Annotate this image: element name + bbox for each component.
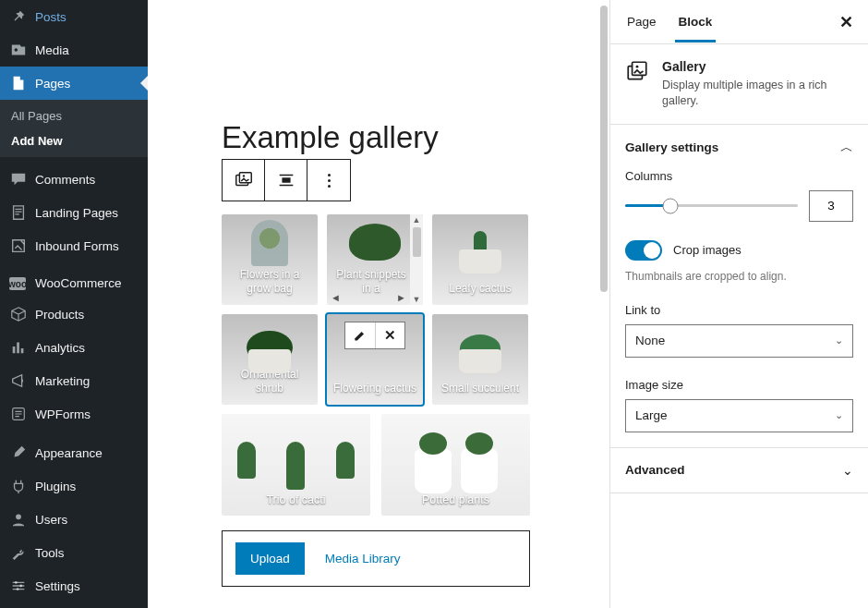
scroll-down-icon[interactable]: ▼ — [413, 294, 421, 305]
menu-marketing[interactable]: Marketing — [0, 364, 148, 397]
submenu-pages: All Pages Add New — [0, 100, 148, 157]
menu-settings[interactable]: Settings — [0, 569, 148, 602]
gallery-item[interactable]: Leafy cactus — [432, 214, 528, 305]
reorder-arrows: ◄ ► — [327, 292, 410, 303]
form-icon — [9, 237, 28, 255]
svg-rect-6 — [239, 173, 251, 183]
advanced-toggle[interactable]: Advanced ⌄ — [625, 463, 853, 478]
box-icon — [9, 305, 28, 323]
menu-wpforms[interactable]: WPForms — [0, 397, 148, 431]
pot-graphic — [459, 249, 501, 274]
brush-icon — [9, 444, 28, 462]
gallery-block-icon — [625, 59, 649, 83]
toolbar-more[interactable] — [307, 160, 350, 201]
menu-label: Tools — [35, 546, 65, 560]
woo-icon: woo — [9, 277, 26, 290]
gallery-caption: Flowers in a grow bag — [222, 262, 318, 305]
pencil-icon — [353, 328, 368, 343]
gallery-item[interactable]: ▲ ▼ ◄ ► Plant snippets in a — [327, 214, 423, 305]
menu-label: Plugins — [35, 480, 76, 493]
image-size-label: Image size — [625, 378, 853, 392]
columns-label: Columns — [625, 169, 853, 183]
editor-area: Example gallery Flowers in a grow bag — [148, 0, 868, 608]
chevron-down-icon: ⌄ — [835, 334, 843, 347]
toolbar-block-type[interactable] — [223, 160, 265, 201]
gallery-item[interactable]: Small succulent — [432, 314, 528, 405]
gallery-caption: Flowering cactus — [327, 376, 423, 405]
upload-button[interactable]: Upload — [235, 542, 305, 575]
menu-comments[interactable]: Comments — [0, 163, 148, 196]
block-description: Gallery Display multiple images in a ric… — [610, 44, 868, 125]
svg-point-1 — [16, 514, 21, 519]
close-icon: ✕ — [384, 327, 396, 344]
menu-products[interactable]: Products — [0, 298, 148, 331]
menu-media[interactable]: Media — [0, 33, 148, 67]
image-size-select[interactable]: Large ⌄ — [625, 399, 853, 432]
submenu-add-new[interactable]: Add New — [0, 128, 148, 153]
settings-tabs: Page Block ✕ — [610, 0, 868, 44]
edit-image-button[interactable] — [345, 322, 375, 348]
gallery-settings-toggle[interactable]: Gallery settings ︿ — [625, 140, 853, 156]
gallery-settings-section: Gallery settings ︿ Columns Crop images T… — [610, 125, 868, 448]
editor-scrollbar[interactable] — [598, 0, 609, 608]
tab-block[interactable]: Block — [677, 2, 715, 42]
advanced-section: Advanced ⌄ — [610, 448, 868, 493]
scroll-thumb[interactable] — [413, 227, 421, 257]
columns-control — [625, 190, 853, 222]
plant-graphic — [381, 449, 530, 493]
menu-label: Users — [35, 513, 67, 527]
mini-scrollbar[interactable]: ▲ ▼ — [410, 214, 423, 305]
page-title[interactable]: Example gallery — [222, 120, 554, 155]
menu-woocommerce[interactable]: woo WooCommerce — [0, 268, 148, 298]
menu-landing-pages[interactable]: Landing Pages — [0, 196, 148, 229]
close-settings-button[interactable]: ✕ — [839, 12, 853, 32]
columns-input[interactable] — [809, 190, 853, 222]
tab-page[interactable]: Page — [625, 2, 658, 42]
scroll-up-icon[interactable]: ▲ — [413, 214, 421, 225]
media-icon — [9, 41, 28, 59]
megaphone-icon — [9, 371, 28, 390]
crop-images-toggle[interactable] — [625, 240, 662, 261]
menu-label: Inbound Forms — [35, 239, 119, 253]
move-left-icon[interactable]: ◄ — [331, 292, 341, 303]
link-to-select[interactable]: None ⌄ — [625, 324, 853, 358]
move-right-icon[interactable]: ► — [396, 292, 406, 303]
align-icon — [276, 170, 296, 190]
submenu-all-pages[interactable]: All Pages — [0, 103, 148, 128]
menu-plugins[interactable]: Plugins — [0, 469, 148, 503]
media-library-link[interactable]: Media Library — [325, 552, 401, 565]
menu-label: Marketing — [35, 374, 90, 388]
menu-pages[interactable]: Pages — [0, 67, 148, 100]
more-icon — [328, 174, 331, 188]
menu-posts[interactable]: Posts — [0, 0, 148, 33]
menu-users[interactable]: Users — [0, 503, 148, 536]
toolbar-align[interactable] — [265, 160, 307, 201]
columns-slider[interactable] — [625, 204, 798, 207]
scrollbar-thumb[interactable] — [600, 6, 608, 292]
user-icon — [9, 510, 28, 529]
gallery-caption: Small succulent — [432, 376, 528, 405]
menu-label: Settings — [35, 579, 80, 593]
remove-image-button[interactable]: ✕ — [375, 322, 404, 348]
gallery-item[interactable]: Trio of cacti — [222, 414, 370, 516]
menu-appearance[interactable]: Appearance — [0, 436, 148, 469]
gallery-wide-row: Trio of cacti Potted plants — [222, 414, 530, 516]
bars-icon — [9, 338, 28, 357]
menu-analytics[interactable]: Analytics — [0, 331, 148, 364]
gallery-item[interactable]: Flowers in a grow bag — [222, 214, 318, 305]
menu-tools[interactable]: Tools — [0, 536, 148, 569]
wrench-icon — [9, 543, 28, 562]
menu-inbound-forms[interactable]: Inbound Forms — [0, 229, 148, 262]
slider-thumb[interactable] — [662, 198, 678, 213]
page-icon — [9, 74, 28, 92]
editor-canvas[interactable]: Example gallery Flowers in a grow bag — [166, 0, 609, 608]
menu-label: Appearance — [35, 446, 102, 460]
gallery-item-selected[interactable]: ✕ Flowering cactus — [327, 314, 423, 405]
block-desc-text: Display multiple images in a rich galler… — [662, 78, 853, 109]
gallery-item[interactable]: Potted plants — [381, 414, 530, 516]
crop-help-text: Thumbnails are cropped to align. — [625, 270, 853, 283]
menu-label: WPForms — [35, 407, 90, 421]
image-edit-toolbar: ✕ — [344, 322, 405, 349]
gallery-item[interactable]: Ornamental shrub — [222, 314, 318, 405]
gallery-caption: Leafy cactus — [432, 276, 528, 305]
